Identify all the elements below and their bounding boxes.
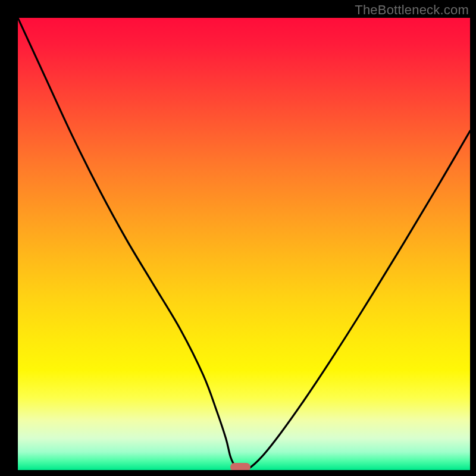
optimal-point-marker	[230, 463, 250, 470]
bottleneck-curve	[18, 18, 470, 470]
attribution-watermark: TheBottleneck.com	[355, 2, 469, 18]
chart-frame: TheBottleneck.com	[0, 0, 476, 476]
plot-area	[18, 18, 470, 470]
curve-layer	[18, 18, 470, 470]
